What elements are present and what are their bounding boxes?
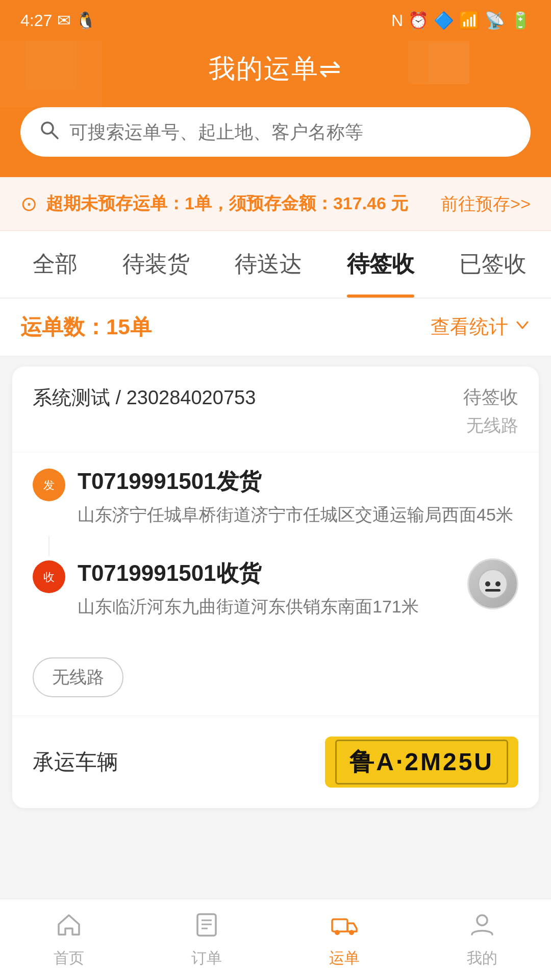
bot-avatar[interactable] <box>467 558 518 609</box>
status-bar: 4:27 ✉ 🐧 N ⏰ 🔷 📶 📡 🔋 <box>0 0 551 41</box>
svg-rect-16 <box>332 919 347 932</box>
stats-row: 运单数：15单 查看统计 <box>0 299 551 356</box>
address-section: 发 T0719991501发货 山东济宁任城阜桥街道济宁市任城区交通运输局西面4… <box>12 452 539 652</box>
card-status: 待签收 无线路 <box>463 385 518 437</box>
nav-waybill[interactable]: 运单 <box>298 903 390 977</box>
stats-view-label: 查看统计 <box>431 314 508 340</box>
svg-rect-3 <box>26 41 77 89</box>
svg-point-10 <box>495 581 500 586</box>
route-text: 无线路 <box>463 414 518 437</box>
tab-signing[interactable]: 待签收 <box>324 231 437 298</box>
nav-order-label: 订单 <box>191 948 222 969</box>
status-text: 待签收 <box>463 385 518 410</box>
search-section <box>0 107 551 177</box>
tab-loading[interactable]: 待装货 <box>100 231 212 298</box>
svg-text:发: 发 <box>43 478 55 491</box>
nav-order[interactable]: 订单 <box>161 903 253 977</box>
tabs-inner: 全部 待装货 待送达 待签收 已签收 已支付 <box>10 231 551 298</box>
search-icon <box>39 119 59 144</box>
tab-all[interactable]: 全部 <box>10 231 100 298</box>
svg-point-18 <box>349 930 354 935</box>
alert-banner: ⊙ 超期未预存运单：1单，须预存金额：317.46 元 前往预存>> <box>0 177 551 231</box>
receiver-code: T0719991501收货 <box>78 558 455 589</box>
header-background <box>0 41 551 107</box>
wifi-icon: 📶 <box>459 11 480 30</box>
svg-rect-11 <box>485 589 500 592</box>
svg-point-19 <box>477 915 487 925</box>
alert-text2: 须预存金额： <box>229 193 333 213</box>
shipment-id: 系统测试 / 230284020753 <box>33 385 256 411</box>
sender-content: T0719991501发货 山东济宁任城阜桥街道济宁市任城区交通运输局西面45米 <box>78 467 518 528</box>
truck-icon <box>331 911 358 944</box>
tab-paid[interactable]: 已支付 <box>549 231 551 298</box>
content-area: 系统测试 / 230284020753 待签收 无线路 发 T071999150… <box>0 356 551 828</box>
nav-waybill-label: 运单 <box>329 948 360 969</box>
card-header: 系统测试 / 230284020753 待签收 无线路 <box>12 366 539 452</box>
status-icons: ✉ 🐧 <box>57 11 96 30</box>
battery-icon: 🔋 <box>510 11 531 30</box>
sender-code: T0719991501发货 <box>78 467 518 497</box>
time-display: 4:27 <box>20 11 52 30</box>
stats-label: 运单数：15单 <box>20 313 152 341</box>
receiver-row: 收 T0719991501收货 山东临沂河东九曲街道河东供销东南面171米 <box>33 558 518 620</box>
svg-point-8 <box>479 570 507 598</box>
vehicle-section: 承运车辆 鲁A·2M25U <box>12 716 539 808</box>
send-icon: 发 <box>33 469 65 501</box>
svg-text:收: 收 <box>43 570 55 583</box>
alert-left: ⊙ 超期未预存运单：1单，须预存金额：317.46 元 <box>20 191 408 216</box>
receiver-address: 山东临沂河东九曲街道河东供销东南面171米 <box>78 594 455 620</box>
nfc-icon: N <box>391 11 403 30</box>
sender-row: 发 T0719991501发货 山东济宁任城阜桥街道济宁市任城区交通运输局西面4… <box>33 467 518 528</box>
bluetooth-icon: 🔷 <box>434 11 454 30</box>
alert-text: 超期未预存运单：1单，须预存金额：317.46 元 <box>46 191 408 216</box>
svg-point-17 <box>335 930 340 935</box>
shipment-card: 系统测试 / 230284020753 待签收 无线路 发 T071999150… <box>12 366 539 808</box>
order-icon <box>193 911 220 944</box>
status-time: 4:27 ✉ 🐧 <box>20 11 96 30</box>
recv-icon: 收 <box>33 560 65 593</box>
search-input[interactable] <box>69 121 512 143</box>
addr-divider <box>48 536 49 556</box>
tag-section: 无线路 <box>12 652 539 716</box>
license-plate: 鲁A·2M25U <box>325 737 518 788</box>
nav-mine-label: 我的 <box>467 948 497 969</box>
home-icon <box>56 911 82 944</box>
svg-point-4 <box>42 122 53 134</box>
vehicle-label: 承运车辆 <box>33 748 118 776</box>
chevron-down-icon <box>514 316 531 338</box>
bottom-nav: 首页 订单 运单 <box>0 898 551 980</box>
signal-icon: 📡 <box>485 11 505 30</box>
no-route-tag[interactable]: 无线路 <box>33 657 123 697</box>
search-bar[interactable] <box>20 107 531 157</box>
receiver-content: T0719991501收货 山东临沂河东九曲街道河东供销东南面171米 <box>78 558 455 620</box>
svg-line-5 <box>52 133 58 138</box>
tabs-section: 全部 待装货 待送达 待签收 已签收 已支付 <box>0 231 551 299</box>
header: 我的运单⇌ <box>0 41 551 107</box>
stats-count: 15单 <box>106 315 152 339</box>
alert-amount: 317.46 元 <box>333 193 408 213</box>
stats-view-button[interactable]: 查看统计 <box>431 314 531 340</box>
nav-home-label: 首页 <box>54 948 84 969</box>
tab-delivering[interactable]: 待送达 <box>212 231 324 298</box>
alert-icon: ⊙ <box>20 192 38 215</box>
user-icon <box>469 911 495 944</box>
alert-count: 1单， <box>185 193 229 213</box>
alert-text1: 超期未预存运单： <box>46 193 185 213</box>
status-right-icons: N ⏰ 🔷 📶 📡 🔋 <box>391 11 531 30</box>
sender-address: 山东济宁任城阜桥街道济宁市任城区交通运输局西面45米 <box>78 502 518 528</box>
nav-home[interactable]: 首页 <box>23 903 115 977</box>
svg-rect-1 <box>429 43 469 84</box>
nav-mine[interactable]: 我的 <box>436 903 528 977</box>
tab-signed[interactable]: 已签收 <box>437 231 549 298</box>
alert-link[interactable]: 前往预存>> <box>441 192 531 216</box>
svg-point-9 <box>485 581 490 586</box>
alarm-icon: ⏰ <box>408 11 429 30</box>
stats-label-text: 运单数： <box>20 315 106 339</box>
